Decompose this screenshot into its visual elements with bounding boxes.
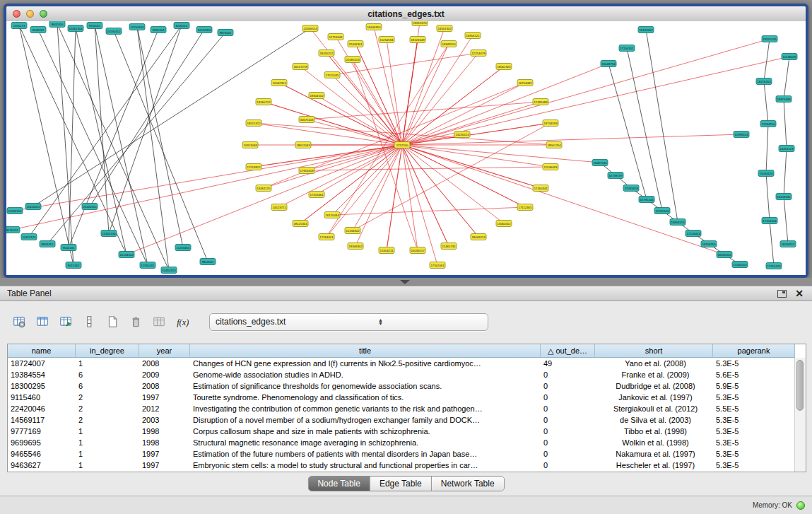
table-cell[interactable]: Hescheler et al. (1997): [595, 460, 713, 471]
table-cell[interactable]: 2: [76, 403, 139, 414]
table-cell[interactable]: 6: [76, 380, 139, 392]
graph-edge-red[interactable]: [355, 145, 402, 246]
table-cell[interactable]: de Silva et al. (2003): [595, 414, 713, 426]
table-cell[interactable]: 1997: [139, 448, 190, 460]
table-cell[interactable]: Yano et al. (2008): [595, 358, 713, 369]
column-header[interactable]: pagerank: [713, 344, 795, 358]
table-cell[interactable]: 0: [541, 369, 595, 380]
table-cell[interactable]: Embryonic stem cells: a model to study s…: [190, 460, 541, 471]
table-cell[interactable]: 0: [541, 403, 595, 414]
graph-edge-black[interactable]: [784, 99, 787, 148]
graph-edge-red[interactable]: [254, 123, 402, 145]
graph-edge-black[interactable]: [19, 25, 126, 255]
table-cell[interactable]: 5.3E-5: [713, 448, 795, 460]
table-cell[interactable]: 0: [541, 414, 595, 426]
citation-network-graph[interactable]: 1856170419734593174850831675408218061924…: [6, 21, 806, 275]
table-cell[interactable]: 2008: [139, 380, 190, 392]
column-chooser-icon[interactable]: [33, 313, 52, 331]
table-cell[interactable]: 5.3E-5: [713, 414, 795, 426]
table-cell[interactable]: 2009: [139, 369, 190, 380]
table-cell[interactable]: 0: [541, 460, 595, 471]
graph-edge-red[interactable]: [336, 37, 402, 145]
table-cell[interactable]: Estimation of significance thresholds fo…: [190, 380, 541, 392]
graph-edge-black[interactable]: [137, 27, 183, 247]
table-cell[interactable]: 2012: [139, 403, 190, 414]
table-row[interactable]: 2242004622012Investigating the contribut…: [8, 403, 806, 414]
graph-edge-black[interactable]: [784, 57, 789, 99]
table-cell[interactable]: 49: [541, 358, 595, 369]
network-window-titlebar[interactable]: citations_edges.txt: [6, 6, 806, 22]
table-cell[interactable]: Stergiakouli et al. (2012): [595, 403, 713, 414]
graph-edge-red[interactable]: [300, 66, 402, 145]
table-cell[interactable]: 2: [76, 414, 139, 426]
table-settings-icon[interactable]: [10, 313, 28, 331]
graph-edge-black[interactable]: [109, 25, 182, 233]
table-cell[interactable]: 6: [76, 369, 139, 380]
table-row[interactable]: 1456911722003Disruption of a novel membe…: [8, 414, 806, 426]
table-cell[interactable]: 0: [541, 392, 595, 403]
import-table-icon[interactable]: [57, 313, 75, 331]
table-cell[interactable]: 2003: [139, 414, 190, 426]
new-table-icon[interactable]: [103, 313, 122, 331]
table-cell[interactable]: 0: [541, 437, 595, 448]
network-canvas[interactable]: 1856170419734593174850831675408218061924…: [6, 21, 806, 275]
table-row[interactable]: 1830029562008Estimation of significance …: [8, 380, 806, 392]
graph-edge-red[interactable]: [307, 167, 551, 170]
row-selector-icon[interactable]: [80, 313, 98, 331]
tab-network-table[interactable]: Network Table: [432, 477, 504, 491]
column-header[interactable]: year: [139, 344, 190, 358]
table-cell[interactable]: 1: [76, 426, 139, 437]
table-vertical-scrollbar[interactable]: [794, 358, 806, 472]
table-cell[interactable]: 5.3E-5: [713, 460, 795, 471]
graph-edge-black[interactable]: [764, 39, 770, 81]
table-row[interactable]: 1938455462009Genome-wide association stu…: [8, 369, 806, 380]
table-row[interactable]: 946554611997Estimation of the future num…: [8, 448, 806, 460]
table-cell[interactable]: 0: [541, 380, 595, 392]
graph-edge-black[interactable]: [90, 30, 204, 206]
graph-edge-red[interactable]: [307, 102, 541, 119]
graph-edge-black[interactable]: [764, 81, 768, 124]
table-cell[interactable]: 1: [76, 358, 139, 369]
window-minimize-button[interactable]: [26, 10, 34, 18]
table-row[interactable]: 1872400712008Changes of HCN gene express…: [8, 358, 806, 369]
table-row[interactable]: 977716911998Corpus callosum shape and si…: [8, 426, 806, 437]
table-cell[interactable]: 19384554: [8, 369, 76, 380]
graph-edge-red[interactable]: [402, 35, 473, 145]
clear-table-icon[interactable]: [150, 313, 168, 331]
table-cell[interactable]: 9115460: [8, 392, 76, 403]
graph-edge-red[interactable]: [126, 145, 402, 255]
graph-edge-black[interactable]: [114, 31, 208, 262]
tab-node-table[interactable]: Node Table: [308, 477, 370, 491]
table-cell[interactable]: Wolkin et al. (1998): [595, 437, 713, 448]
graph-edge-red[interactable]: [307, 145, 402, 170]
table-cell[interactable]: 22420046: [8, 403, 76, 414]
table-cell[interactable]: 1997: [139, 392, 190, 403]
table-cell[interactable]: 5.6E-5: [713, 369, 795, 380]
table-cell[interactable]: Dudbridge et al. (2008): [595, 380, 713, 392]
table-cell[interactable]: 5.3E-5: [713, 392, 795, 403]
scrollbar-thumb[interactable]: [796, 360, 804, 411]
table-cell[interactable]: 9699695: [8, 437, 76, 448]
table-cell[interactable]: 9463627: [8, 460, 76, 471]
memory-status-led[interactable]: [796, 501, 805, 510]
split-pane-divider[interactable]: [0, 278, 812, 286]
table-cell[interactable]: 2008: [139, 358, 190, 369]
table-row[interactable]: 946362711997Embryonic stem cells: a mode…: [8, 460, 806, 471]
table-cell[interactable]: 0: [541, 426, 595, 437]
graph-edge-black[interactable]: [784, 148, 787, 197]
table-cell[interactable]: 14569117: [8, 414, 76, 426]
table-cell[interactable]: 5.5E-5: [713, 403, 795, 414]
table-cell[interactable]: 2: [76, 392, 139, 403]
graph-edge-black[interactable]: [766, 124, 768, 173]
table-row[interactable]: 969969511998Structural magnetic resonanc…: [8, 437, 806, 448]
table-cell[interactable]: 18724007: [8, 358, 76, 369]
column-header[interactable]: short: [595, 344, 713, 358]
table-cell[interactable]: Corpus callosum shape and size in male p…: [190, 426, 541, 437]
table-cell[interactable]: Structural magnetic resonance image aver…: [190, 437, 541, 448]
graph-edge-black[interactable]: [76, 28, 126, 255]
column-header[interactable]: name: [8, 344, 76, 358]
graph-edge-red[interactable]: [353, 145, 402, 230]
graph-edge-red[interactable]: [402, 28, 445, 145]
graph-edge-black[interactable]: [766, 173, 770, 221]
table-cell[interactable]: Disruption of a novel member of a sodium…: [190, 414, 541, 426]
